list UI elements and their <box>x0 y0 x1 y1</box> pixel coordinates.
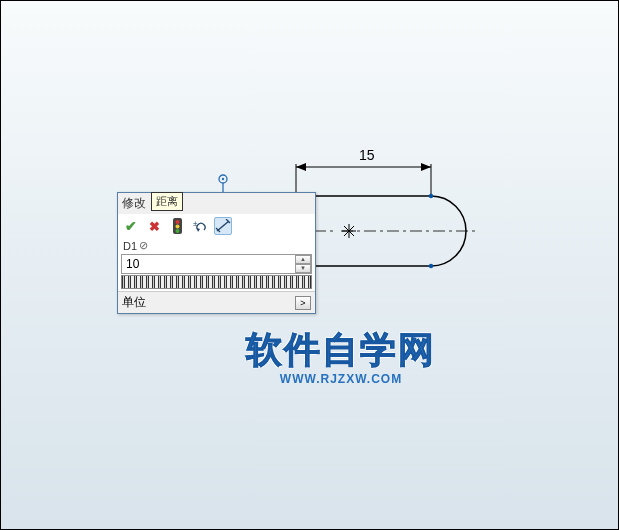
reverse-icon: ± <box>192 219 208 233</box>
dimension-tool-button[interactable] <box>214 217 232 235</box>
traffic-light-icon <box>172 218 183 234</box>
traffic-light-button[interactable] <box>168 217 186 235</box>
link-icon: ⊘ <box>139 239 148 252</box>
svg-line-24 <box>217 221 229 231</box>
spin-up-button[interactable]: ▲ <box>295 255 311 264</box>
svg-point-19 <box>175 220 179 224</box>
tooltip-distance: 距离 <box>151 192 183 211</box>
spin-down-button[interactable]: ▼ <box>295 264 311 273</box>
dialog-toolbar: ✔ ✖ ± <box>118 214 315 238</box>
reverse-button[interactable]: ± <box>191 217 209 235</box>
check-icon: ✔ <box>125 218 137 234</box>
spin-buttons: ▲ ▼ <box>295 255 311 273</box>
svg-line-14 <box>344 226 354 236</box>
cancel-button[interactable]: ✖ <box>145 217 163 235</box>
dimension-value[interactable]: 15 <box>359 147 375 163</box>
svg-line-13 <box>344 226 354 236</box>
svg-point-17 <box>222 178 224 180</box>
unit-label: 单位 <box>122 294 146 311</box>
thumbwheel-slider[interactable] <box>121 275 312 289</box>
unit-row: 单位 > <box>118 291 315 313</box>
svg-point-8 <box>429 264 433 268</box>
dialog-title: 修改 <box>118 193 315 214</box>
accept-button[interactable]: ✔ <box>122 217 140 235</box>
value-row: ▲ ▼ <box>121 254 312 274</box>
param-prefix: D1 <box>121 240 139 252</box>
brand-name: 软件自学网 <box>246 326 436 375</box>
svg-point-20 <box>175 225 179 229</box>
dimension-icon <box>215 219 231 233</box>
parameter-name-row: D1 ⊘ 距离 <box>118 238 315 253</box>
value-input[interactable] <box>122 255 295 273</box>
svg-marker-2 <box>421 163 431 171</box>
watermark: 软件自学网 WWW.RJZXW.COM <box>246 326 436 386</box>
expand-button[interactable]: > <box>295 296 311 310</box>
svg-point-21 <box>175 229 179 233</box>
svg-point-7 <box>429 194 433 198</box>
x-icon: ✖ <box>149 219 160 234</box>
modify-dialog: 修改 ✔ ✖ ± D1 ⊘ <box>117 192 316 314</box>
svg-marker-1 <box>296 163 306 171</box>
